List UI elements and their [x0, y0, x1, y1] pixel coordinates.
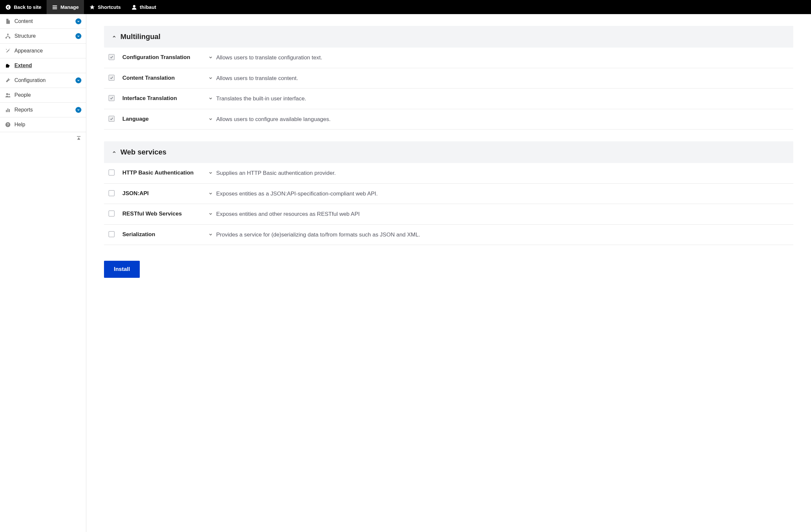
module-name: Language [122, 115, 201, 123]
hamburger-icon [52, 4, 58, 10]
help-icon: ? [4, 121, 11, 128]
svg-point-0 [6, 4, 11, 10]
star-icon [89, 4, 95, 10]
sidebar: ContentStructureAppearanceExtendConfigur… [0, 14, 86, 532]
module-checkbox[interactable] [109, 210, 114, 217]
module-name: Interface Translation [122, 94, 201, 102]
module-row: SerializationProvides a service for (de)… [104, 225, 793, 245]
back-to-site-button[interactable]: Back to site [0, 0, 47, 14]
sidebar-item-appearance[interactable]: Appearance [0, 44, 86, 58]
sidebar-item-extend[interactable]: Extend [0, 58, 86, 73]
module-description-wrap: Supplies an HTTP Basic authentication pr… [208, 169, 789, 177]
module-description: Allows users to translate content. [216, 74, 298, 83]
module-row: Content TranslationAllows users to trans… [104, 68, 793, 89]
sidebar-item-people[interactable]: People [0, 88, 86, 103]
chevron-down-icon[interactable] [75, 107, 81, 113]
module-row: HTTP Basic AuthenticationSupplies an HTT… [104, 163, 793, 184]
section-header-web-services[interactable]: Web services [104, 141, 793, 163]
svg-line-11 [6, 36, 8, 37]
module-checkbox[interactable] [109, 231, 114, 237]
module-description-wrap: Allows users to translate content. [208, 74, 789, 83]
module-checkbox [109, 116, 114, 122]
module-checkbox[interactable] [109, 170, 114, 175]
svg-point-5 [133, 5, 136, 7]
svg-point-8 [5, 37, 7, 39]
sidebar-item-label: Structure [14, 33, 36, 39]
back-icon [5, 4, 11, 10]
chevron-up-icon [112, 150, 117, 155]
wand-icon [4, 48, 11, 54]
chevron-down-icon[interactable] [75, 77, 81, 83]
sidebar-item-reports[interactable]: Reports [0, 103, 86, 118]
section-title: Multilingual [120, 32, 160, 41]
shortcuts-label: Shortcuts [98, 4, 121, 10]
chevron-down-icon[interactable] [208, 96, 213, 101]
back-to-site-label: Back to site [14, 4, 41, 10]
module-description-wrap: Translates the built-in user interface. [208, 94, 789, 103]
module-description: Provides a service for (de)serializing d… [216, 231, 420, 239]
shortcuts-button[interactable]: Shortcuts [84, 0, 126, 14]
svg-marker-6 [6, 19, 10, 24]
module-row: LanguageAllows users to configure availa… [104, 109, 793, 130]
module-checkbox[interactable] [109, 190, 114, 196]
install-button[interactable]: Install [104, 261, 140, 278]
module-name: JSON:API [122, 190, 201, 198]
user-icon [131, 4, 137, 10]
sidebar-item-label: People [14, 92, 31, 98]
module-description-wrap: Provides a service for (de)serializing d… [208, 231, 789, 239]
svg-text:?: ? [7, 123, 9, 127]
sidebar-item-label: Appearance [14, 48, 43, 54]
chevron-down-icon[interactable] [208, 171, 213, 175]
svg-marker-14 [6, 49, 7, 50]
chevron-down-icon[interactable] [208, 191, 213, 196]
chevron-down-icon[interactable] [75, 18, 81, 24]
hierarchy-icon [4, 33, 11, 40]
bars-icon [4, 107, 11, 113]
module-description-wrap: Exposes entities as a JSON:API-specifica… [208, 190, 789, 198]
module-checkbox [109, 75, 114, 81]
module-checkbox [109, 54, 114, 60]
module-name: Serialization [122, 231, 201, 238]
svg-marker-24 [77, 137, 80, 140]
sidebar-item-content[interactable]: Content [0, 14, 86, 29]
svg-point-7 [7, 34, 9, 35]
manage-button[interactable]: Manage [47, 0, 84, 14]
module-description: Allows users to configure available lang… [216, 115, 331, 124]
svg-marker-15 [10, 49, 10, 49]
svg-rect-23 [77, 136, 81, 137]
module-name: Content Translation [122, 74, 201, 82]
topbar: Back to site Manage Shortcuts thibaut [0, 0, 811, 14]
collapse-icon [76, 136, 81, 141]
sidebar-collapse-button[interactable] [0, 132, 86, 144]
chevron-down-icon[interactable] [75, 33, 81, 39]
section-header-multilingual[interactable]: Multilingual [104, 26, 793, 48]
wrench-icon [4, 77, 11, 84]
module-description: Allows users to translate configuration … [216, 53, 322, 62]
svg-rect-18 [6, 110, 7, 112]
manage-label: Manage [60, 4, 79, 10]
chevron-down-icon[interactable] [208, 117, 213, 121]
chevron-down-icon[interactable] [208, 212, 213, 216]
sidebar-item-label: Reports [14, 107, 33, 113]
module-description: Exposes entities and other resources as … [216, 210, 360, 218]
module-description: Translates the built-in user interface. [216, 94, 306, 103]
svg-point-17 [9, 94, 10, 95]
svg-line-12 [8, 36, 10, 37]
chevron-down-icon[interactable] [208, 76, 213, 80]
chevron-up-icon [112, 34, 117, 39]
module-description: Exposes entities as a JSON:API-specifica… [216, 190, 378, 198]
module-name: RESTful Web Services [122, 210, 201, 218]
chevron-down-icon[interactable] [208, 232, 213, 237]
sidebar-item-structure[interactable]: Structure [0, 29, 86, 44]
svg-rect-20 [9, 109, 10, 112]
svg-point-16 [6, 93, 8, 95]
puzzle-icon [4, 62, 11, 69]
module-row: Configuration TranslationAllows users to… [104, 48, 793, 68]
chevron-down-icon[interactable] [208, 55, 213, 60]
svg-rect-2 [52, 7, 57, 7]
sidebar-item-configuration[interactable]: Configuration [0, 73, 86, 88]
module-row: JSON:APIExposes entities as a JSON:API-s… [104, 184, 793, 204]
sidebar-item-help[interactable]: ?Help [0, 118, 86, 132]
svg-marker-4 [90, 4, 95, 9]
user-button[interactable]: thibaut [126, 0, 162, 14]
